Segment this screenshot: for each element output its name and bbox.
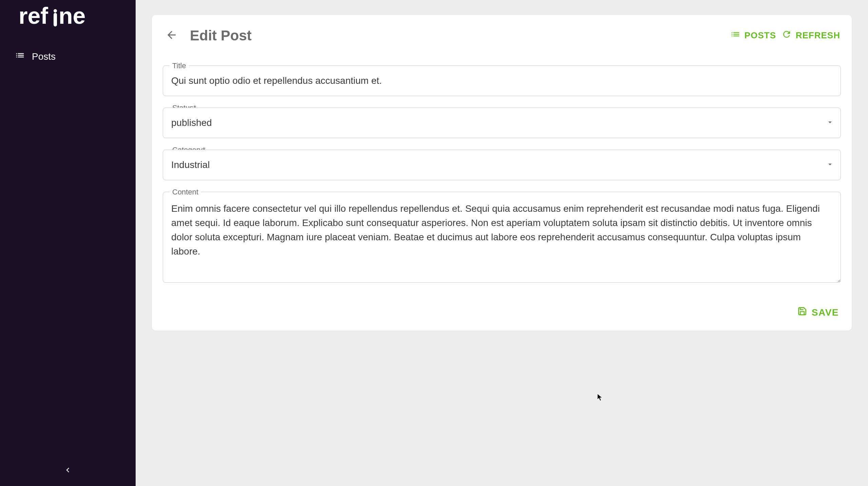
sidebar-item-label: Posts <box>32 51 56 62</box>
status-field: Status* <box>163 108 841 138</box>
save-button[interactable]: SAVE <box>795 302 841 322</box>
svg-text:ne: ne <box>59 3 85 29</box>
save-button-label: SAVE <box>812 307 839 318</box>
content-textarea[interactable] <box>163 192 841 283</box>
list-icon <box>15 50 25 63</box>
list-icon <box>730 29 741 42</box>
posts-button-label: POSTS <box>745 30 776 41</box>
edit-form: Title Status* Category* <box>163 66 841 284</box>
refine-logo: ref ne <box>19 3 114 31</box>
content-label: Content <box>170 188 201 197</box>
card-footer: SAVE <box>163 296 841 322</box>
logo-container: ref ne <box>0 0 136 45</box>
status-select[interactable] <box>163 108 841 138</box>
chevron-left-icon <box>63 471 73 476</box>
arrow-back-icon <box>165 29 178 42</box>
refresh-button[interactable]: REFRESH <box>781 26 841 45</box>
svg-rect-2 <box>54 13 57 26</box>
refresh-button-label: REFRESH <box>796 30 840 41</box>
sidebar-footer <box>0 455 136 486</box>
posts-button[interactable]: POSTS <box>730 26 777 45</box>
refresh-icon <box>782 29 792 42</box>
sidebar-collapse-button[interactable] <box>60 462 76 479</box>
svg-text:ref: ref <box>19 3 48 29</box>
title-field: Title <box>163 66 841 96</box>
title-label: Title <box>170 61 189 70</box>
save-icon <box>797 306 807 318</box>
sidebar-item-posts[interactable]: Posts <box>7 45 129 68</box>
category-select[interactable] <box>163 150 841 180</box>
content-field: Content <box>163 192 841 284</box>
sidebar: ref ne Posts <box>0 0 136 486</box>
svg-point-1 <box>54 9 57 13</box>
card-header: Edit Post POSTS REFRESH <box>163 26 841 45</box>
title-input[interactable] <box>163 66 841 96</box>
back-button[interactable] <box>163 26 180 45</box>
main-content: Edit Post POSTS REFRESH Title <box>136 0 868 486</box>
sidebar-nav: Posts <box>0 45 136 68</box>
edit-card: Edit Post POSTS REFRESH Title <box>152 15 852 331</box>
page-title: Edit Post <box>190 27 252 44</box>
header-actions: POSTS REFRESH <box>730 26 841 45</box>
category-field: Category* <box>163 150 841 180</box>
